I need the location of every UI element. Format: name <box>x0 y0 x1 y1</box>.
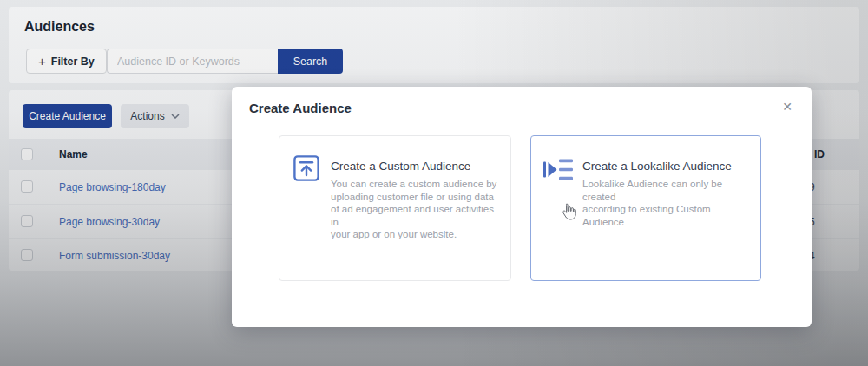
create-audience-modal: Create Audience ✕ Create a Custom Audien… <box>232 87 812 327</box>
actions-label: Actions <box>130 110 164 122</box>
page-title: Audiences <box>24 19 95 35</box>
filter-by-label: Filter By <box>51 56 95 68</box>
row-checkbox[interactable] <box>21 180 33 193</box>
audiences-header-panel: Audiences + Filter By Search <box>9 7 859 83</box>
create-custom-audience-card[interactable]: Create a Custom Audience You can create … <box>279 135 511 281</box>
row-checkbox[interactable] <box>21 215 33 227</box>
column-header-id: ID <box>814 148 825 160</box>
plus-icon: + <box>38 55 46 68</box>
custom-audience-card-description: You can create a custom audience by uplo… <box>331 178 502 241</box>
create-lookalike-audience-card[interactable]: Create a Lookalike Audience Lookalike Au… <box>530 135 761 281</box>
search-button[interactable]: Search <box>278 49 343 74</box>
column-header-name: Name <box>59 148 88 160</box>
lookalike-audience-card-title: Create a Lookalike Audience <box>582 160 732 173</box>
close-icon[interactable]: ✕ <box>782 101 792 113</box>
select-all-checkbox[interactable] <box>21 148 33 160</box>
lookalike-list-icon <box>543 158 573 185</box>
modal-title: Create Audience <box>249 101 352 115</box>
upload-icon <box>293 155 319 185</box>
audience-name-link[interactable]: Page browsing-30day <box>59 216 160 228</box>
create-audience-button[interactable]: Create Audience <box>23 104 112 128</box>
custom-audience-card-title: Create a Custom Audience <box>331 160 470 173</box>
actions-dropdown-button[interactable]: Actions <box>121 104 189 128</box>
chevron-down-icon <box>171 114 180 119</box>
lookalike-audience-card-description: Lookalike Audience can only be created a… <box>582 178 753 228</box>
hand-cursor-icon <box>559 202 576 226</box>
row-checkbox[interactable] <box>21 249 33 261</box>
audience-name-link[interactable]: Form submission-30day <box>59 250 170 262</box>
search-input[interactable] <box>107 49 278 74</box>
audience-name-link[interactable]: Page browsing-180day <box>59 181 166 193</box>
filter-by-button[interactable]: + Filter By <box>26 49 107 74</box>
screen: Audiences + Filter By Search Create Audi… <box>0 0 868 366</box>
